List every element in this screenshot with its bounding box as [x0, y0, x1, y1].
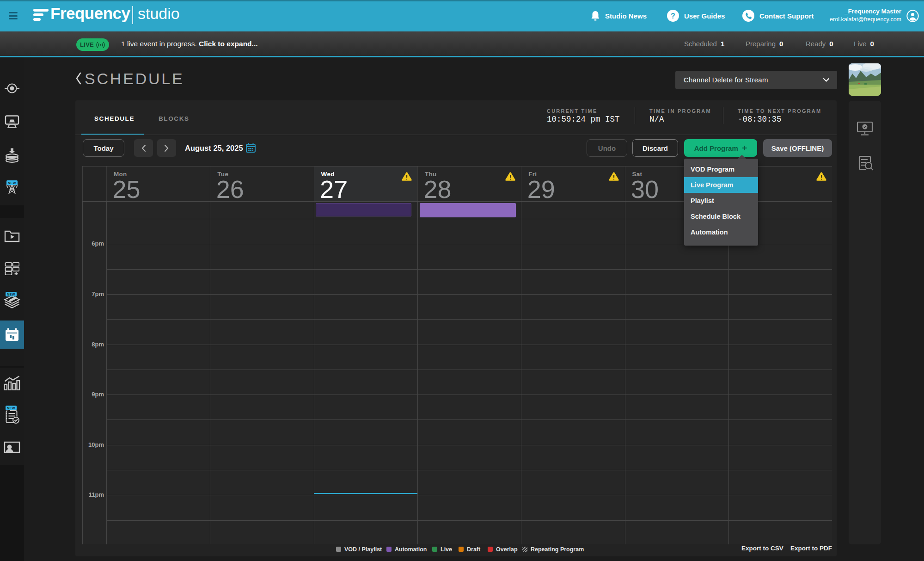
svg-text:?: ? — [671, 12, 675, 20]
